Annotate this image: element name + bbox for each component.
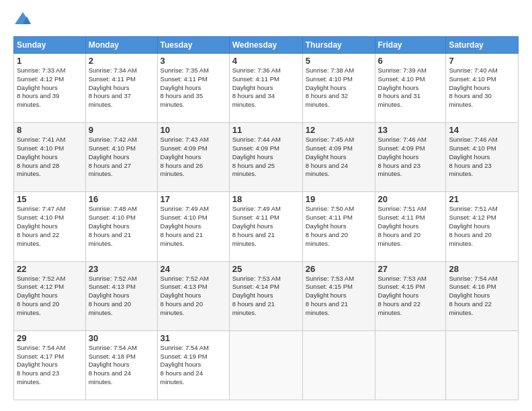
day-number: 5 (306, 56, 372, 66)
sunrise-label: Sunrise: 7:43 AM (161, 136, 209, 143)
daylight-label: Daylight hours (232, 291, 273, 299)
sunset-label: Sunset: 4:13 PM (161, 283, 208, 290)
sunrise-label: Sunrise: 7:53 AM (232, 275, 281, 282)
day-number: 25 (232, 264, 300, 274)
calendar-cell: 26 Sunrise: 7:53 AM Sunset: 4:15 PM Dayl… (302, 261, 375, 330)
day-number: 15 (17, 194, 83, 204)
sunset-label: Sunset: 4:17 PM (17, 353, 64, 360)
sunset-label: Sunset: 4:18 PM (89, 353, 136, 360)
daylight-label: Daylight hours (449, 291, 490, 299)
daylight-duration: 8 hours and 20 minutes. (17, 300, 59, 316)
day-info: Sunrise: 7:33 AM Sunset: 4:12 PM Dayligh… (17, 66, 83, 109)
sunrise-label: Sunrise: 7:54 AM (449, 275, 497, 282)
daylight-label: Daylight hours (306, 84, 347, 91)
day-number: 9 (89, 125, 154, 135)
day-info: Sunrise: 7:52 AM Sunset: 4:13 PM Dayligh… (161, 275, 226, 318)
day-number: 24 (161, 264, 226, 274)
daylight-label: Daylight hours (89, 84, 130, 91)
daylight-duration: 8 hours and 20 minutes. (306, 231, 348, 247)
sunset-label: Sunset: 4:10 PM (17, 214, 64, 221)
day-number: 2 (89, 56, 154, 66)
sunset-label: Sunset: 4:10 PM (161, 214, 208, 221)
calendar-cell: 10 Sunrise: 7:43 AM Sunset: 4:09 PM Dayl… (157, 123, 229, 192)
logo (13, 11, 35, 30)
day-info: Sunrise: 7:40 AM Sunset: 4:10 PM Dayligh… (449, 66, 515, 109)
day-info: Sunrise: 7:36 AM Sunset: 4:11 PM Dayligh… (232, 66, 300, 109)
calendar-cell: 22 Sunrise: 7:52 AM Sunset: 4:12 PM Dayl… (14, 261, 86, 330)
daylight-label: Daylight hours (232, 84, 273, 91)
day-info: Sunrise: 7:54 AM Sunset: 4:16 PM Dayligh… (449, 275, 515, 318)
day-info: Sunrise: 7:49 AM Sunset: 4:11 PM Dayligh… (232, 205, 300, 248)
daylight-duration: 8 hours and 20 minutes. (89, 300, 131, 316)
calendar-cell: 15 Sunrise: 7:47 AM Sunset: 4:10 PM Dayl… (14, 192, 86, 261)
calendar-cell: 17 Sunrise: 7:49 AM Sunset: 4:10 PM Dayl… (157, 192, 229, 261)
calendar-cell: 4 Sunrise: 7:36 AM Sunset: 4:11 PM Dayli… (229, 54, 302, 123)
sunset-label: Sunset: 4:09 PM (306, 144, 353, 152)
sunset-label: Sunset: 4:12 PM (449, 214, 496, 221)
weekday-header-tuesday: Tuesday (157, 37, 229, 54)
sunrise-label: Sunrise: 7:54 AM (89, 344, 137, 351)
daylight-duration: 8 hours and 23 minutes. (449, 162, 491, 178)
sunrise-label: Sunrise: 7:49 AM (161, 205, 209, 212)
calendar-cell: 13 Sunrise: 7:46 AM Sunset: 4:09 PM Dayl… (375, 123, 446, 192)
sunset-label: Sunset: 4:11 PM (306, 214, 353, 221)
sunset-label: Sunset: 4:09 PM (161, 144, 208, 152)
calendar-cell: 30 Sunrise: 7:54 AM Sunset: 4:18 PM Dayl… (85, 330, 157, 400)
page: SundayMondayTuesdayWednesdayThursdayFrid… (0, 0, 532, 411)
sunrise-label: Sunrise: 7:54 AM (17, 344, 65, 351)
calendar-cell: 28 Sunrise: 7:54 AM Sunset: 4:16 PM Dayl… (446, 261, 519, 330)
daylight-label: Daylight hours (306, 291, 347, 299)
day-number: 11 (232, 125, 300, 135)
sunrise-label: Sunrise: 7:53 AM (306, 275, 354, 282)
sunrise-label: Sunrise: 7:49 AM (232, 205, 281, 212)
sunrise-label: Sunrise: 7:33 AM (17, 66, 65, 74)
daylight-duration: 8 hours and 34 minutes. (232, 92, 275, 108)
daylight-label: Daylight hours (17, 153, 58, 161)
day-info: Sunrise: 7:54 AM Sunset: 4:18 PM Dayligh… (89, 344, 154, 387)
daylight-duration: 8 hours and 35 minutes. (161, 92, 203, 108)
day-info: Sunrise: 7:51 AM Sunset: 4:11 PM Dayligh… (378, 205, 443, 248)
day-info: Sunrise: 7:49 AM Sunset: 4:10 PM Dayligh… (161, 205, 226, 248)
calendar-week-row: 1 Sunrise: 7:33 AM Sunset: 4:12 PM Dayli… (14, 54, 519, 123)
day-info: Sunrise: 7:51 AM Sunset: 4:12 PM Dayligh… (449, 205, 515, 248)
calendar-cell: 19 Sunrise: 7:50 AM Sunset: 4:11 PM Dayl… (302, 192, 375, 261)
day-info: Sunrise: 7:43 AM Sunset: 4:09 PM Dayligh… (161, 136, 226, 179)
calendar-cell: 8 Sunrise: 7:41 AM Sunset: 4:10 PM Dayli… (14, 123, 86, 192)
day-info: Sunrise: 7:46 AM Sunset: 4:09 PM Dayligh… (378, 136, 443, 179)
sunset-label: Sunset: 4:12 PM (17, 75, 64, 83)
daylight-duration: 8 hours and 20 minutes. (449, 231, 491, 247)
daylight-label: Daylight hours (306, 222, 347, 230)
sunset-label: Sunset: 4:10 PM (378, 75, 425, 83)
daylight-duration: 8 hours and 20 minutes. (378, 231, 420, 247)
sunset-label: Sunset: 4:14 PM (232, 283, 279, 290)
sunset-label: Sunset: 4:11 PM (378, 214, 425, 221)
weekday-header-monday: Monday (85, 37, 157, 54)
daylight-duration: 8 hours and 21 minutes. (232, 231, 275, 247)
sunset-label: Sunset: 4:13 PM (89, 283, 136, 290)
sunrise-label: Sunrise: 7:40 AM (449, 66, 497, 74)
sunrise-label: Sunrise: 7:42 AM (89, 136, 137, 143)
sunset-label: Sunset: 4:10 PM (306, 75, 353, 83)
day-info: Sunrise: 7:48 AM Sunset: 4:10 PM Dayligh… (89, 205, 154, 248)
day-number: 20 (378, 194, 443, 204)
daylight-duration: 8 hours and 30 minutes. (449, 92, 491, 108)
sunrise-label: Sunrise: 7:46 AM (378, 136, 427, 143)
daylight-duration: 8 hours and 21 minutes. (89, 231, 131, 247)
day-number: 30 (89, 333, 154, 343)
sunset-label: Sunset: 4:09 PM (378, 144, 425, 152)
day-number: 23 (89, 264, 154, 274)
day-info: Sunrise: 7:47 AM Sunset: 4:10 PM Dayligh… (17, 205, 83, 248)
daylight-label: Daylight hours (306, 153, 347, 161)
sunset-label: Sunset: 4:15 PM (306, 283, 353, 290)
calendar-cell (229, 330, 302, 400)
sunset-label: Sunset: 4:11 PM (89, 75, 136, 83)
weekday-header-wednesday: Wednesday (229, 37, 302, 54)
sunset-label: Sunset: 4:12 PM (17, 283, 64, 290)
calendar-table: SundayMondayTuesdayWednesdayThursdayFrid… (13, 36, 519, 400)
sunrise-label: Sunrise: 7:46 AM (449, 136, 497, 143)
daylight-duration: 8 hours and 37 minutes. (89, 92, 131, 108)
calendar-cell: 25 Sunrise: 7:53 AM Sunset: 4:14 PM Dayl… (229, 261, 302, 330)
sunset-label: Sunset: 4:10 PM (449, 75, 496, 83)
daylight-label: Daylight hours (232, 222, 273, 230)
daylight-duration: 8 hours and 20 minutes. (161, 300, 203, 316)
